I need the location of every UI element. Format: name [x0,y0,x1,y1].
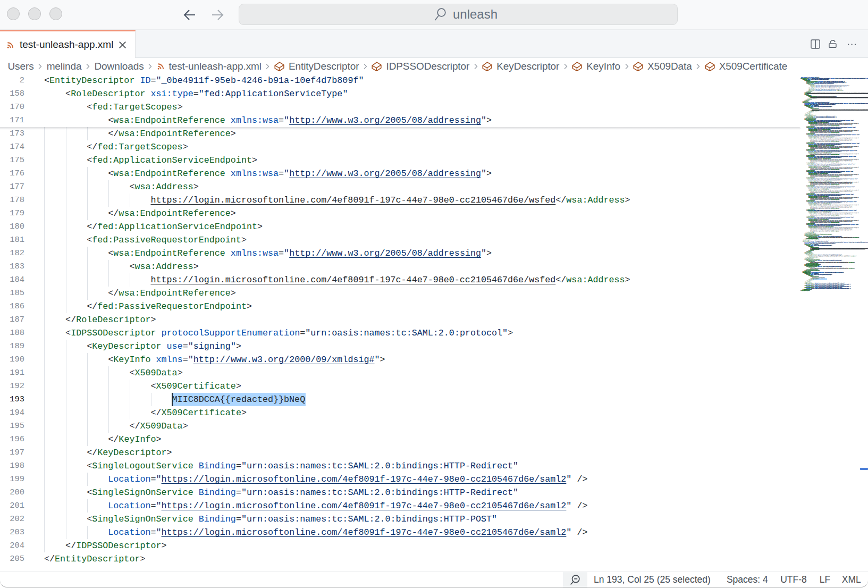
svg-text:<KeyDescriptor use"signing">: <KeyDescriptor use"signing"> [804,273,819,274]
svg-text:xmlns:auth"http://docs.oasis-o: xmlns:auth"http://docs.oasis-open.org/ws… [808,211,841,212]
svg-text:the user across the organizati: the user across the organization tenant … [811,205,853,206]
svg-text:<SingleSignOnService Binding"u: <SingleSignOnService Binding"urn:oasis:n… [804,287,842,288]
svg-text:<fed:ApplicationServiceEndpoin: <fed:ApplicationServiceEndpoint> [804,259,820,260]
svg-text:<auth:Description>The unique i: <auth:Description>The unique identifier … [808,159,858,161]
svg-text:<fed:PassiveRequestorEndpoint>: <fed:PassiveRequestorEndpoint> [804,265,819,266]
svg-text:<X509Certificate>: <X509Certificate> [811,108,819,110]
svg-text:xmlns:auth"http://docs.oasis-o: xmlns:auth"http://docs.oasis-open.org/ws… [808,218,841,219]
svg-text:<IDPSSODescriptor protocolSupp: <IDPSSODescriptor protocolSupportEnumera… [803,272,844,273]
svg-text:his application registration e: his application registration entryThe un… [811,207,840,208]
svg-text:<auth:ClaimType>: <auth:ClaimType> [806,216,815,217]
svg-text:<X509Data>: <X509Data> [808,250,814,251]
svg-text:the user across the organizati: the user across the organization tenant … [811,124,853,125]
svg-text:<X509Data>: <X509Data> [808,246,813,247]
svg-text:<auth:DisplayName>Identityprov: <auth:DisplayName>Identityprovider<auth:… [808,145,835,146]
svg-text:xmlns:auth"http://docs.oasis-o: xmlns:auth"http://docs.oasis-open.org/ws… [808,203,841,204]
svg-text:<auth:ClaimType>: <auth:ClaimType> [806,155,815,156]
svg-text:<SignedInfo>: <SignedInfo> [804,91,811,93]
svg-text:plication unless access is rev: plication unless access is revoked by th… [811,169,840,170]
svg-text:xmlns:auth"http://docs.oasis-o: xmlns:auth"http://docs.oasis-open.org/ws… [808,188,841,189]
svg-text:<DigestValue>4vTxY2qCkZEzpBXJ3: <DigestValue>4vTxY2qCkZEzpBXJ30SYBGoSWOM… [808,90,844,91]
svg-text:<fed:TokenTypesOffered>: <fed:TokenTypesOffered> [804,118,816,119]
svg-text:plication unless access is rev: plication unless access is revoked by th… [811,206,853,207]
svg-text:xmlns:auth"http://docs.oasis-o: xmlns:auth"http://docs.oasis-open.org/ws… [808,128,841,129]
svg-text:<auth:ClaimType Uri"http://sch: <auth:ClaimType Uri"http://schemas.xmlso… [806,156,856,157]
svg-text:<Transforms>: <Transforms> [808,85,814,86]
svg-text:<auth:ClaimType Uri"http://sch: <auth:ClaimType Uri"http://schemas.xmlso… [806,143,859,144]
svg-text:his application registration e: his application registration entryThe un… [811,184,840,186]
svg-text:xmlns:auth"http://docs.oasis-o: xmlns:auth"http://docs.oasis-open.org/ws… [808,151,841,152]
svg-text:xmlns:fed"http://docs.oasis-op: xmlns:fed"http://docs.oasis-open.org/wsf… [804,243,835,244]
svg-text:<auth:DisplayName>Onprem_sid<a: <auth:DisplayName>Onprem_sid<auth:Displa… [808,203,831,204]
svg-text:<Signature xmlns"http://www.w3: <Signature xmlns"http://www.w3.org/2000/… [803,79,829,80]
svg-text:the user across the organizati: the user across the organization tenant … [811,182,853,183]
svg-text:<auth:ClaimType Uri"http://sch: <auth:ClaimType Uri"http://schemas.xmlso… [806,164,855,165]
svg-text:<auth:Description>The unique i: <auth:Description>The unique identifier … [808,197,858,198]
svg-text:<Reference>: <Reference> [806,90,812,91]
svg-text:<KeyInfo>: <KeyInfo> [806,113,811,114]
svg-text:<X509Certificate>: <X509Certificate> [811,276,819,278]
svg-text:MIIC8DCCA{{redacted}}bNeQ: MIIC8DCCA{{redacted}}bNeQ [812,278,824,279]
svg-text:<EntityDescriptor>: <EntityDescriptor> [800,290,810,291]
svg-text:<Signature>: <Signature> [803,101,808,102]
svg-text:plication unless access is rev: plication unless access is revoked by th… [811,183,853,184]
svg-text:<auth:Description>The unique i: <auth:Description>The unique identifier … [808,167,858,168]
svg-text:xmlns:auth"http://docs.oasis-o: xmlns:auth"http://docs.oasis-open.org/ws… [808,144,841,145]
svg-text:the user across the organizati: the user across the organization tenant … [811,139,853,140]
svg-text:<wsa:EndpointReference xmlns:w: <wsa:EndpointReference xmlns:wsa"http://… [806,255,842,256]
svg-text:plication unless access is rev: plication unless access is revoked by th… [811,162,840,163]
svg-text:<KeyInfo>: <KeyInfo> [806,281,811,282]
svg-text:<auth:ClaimType Uri"http://sch: <auth:ClaimType Uri"http://schemas.xmlso… [806,224,858,225]
svg-text:the user across the organizati: the user across the organization tenant … [811,147,853,148]
svg-text:<KeyInfo xmlns"http://www.w3.o: <KeyInfo xmlns"http://www.w3.org/2000/09… [806,106,832,107]
svg-text:<KeyDescriptor>: <KeyDescriptor> [804,253,812,254]
svg-text:<wsa:EndpointReference xmlns:w: <wsa:EndpointReference xmlns:wsa"http://… [806,266,842,267]
svg-text:plication unless access is rev: plication unless access is revoked by th… [811,125,840,126]
svg-text:xmlns:auth"http://docs.oasis-o: xmlns:auth"http://docs.oasis-open.org/ws… [808,172,841,173]
svg-text:<KeyDescriptor use"signing">: <KeyDescriptor use"signing"> [804,244,819,245]
svg-text:<auth:ClaimType Uri"http://sch: <auth:ClaimType Uri"http://schemas.xmlso… [806,217,854,218]
svg-text:<auth:Description>The unique i: <auth:Description>The unique identifier … [808,220,858,221]
svg-text:<auth:DisplayName>Isconsumer<a: <auth:DisplayName>Isconsumer<auth:Displa… [808,212,831,213]
svg-text:the user across the organizati: the user across the organization tenant … [811,168,853,169]
svg-text:<wsa:EndpointReference xmlns:w: <wsa:EndpointReference xmlns:wsa"http://… [806,236,842,237]
svg-text:<auth:DisplayName>Groups<auth:: <auth:DisplayName>Groups<auth:DisplayNam… [808,189,830,190]
svg-text:<KeyInfo xmlns"http://www.w3.o: <KeyInfo xmlns"http://www.w3.org/2000/09… [806,245,832,246]
svg-text:<fed:AutomaticPseudonyms>false: <fed:AutomaticPseudonyms>false<fed:Autom… [804,233,832,234]
svg-text:<X509Data>: <X509Data> [808,275,813,276]
svg-text:<fed:TokenTypesOffered>: <fed:TokenTypesOffered> [804,115,815,116]
svg-text:<auth:DisplayName>Surname<auth: <auth:DisplayName>Surname<auth:DisplayNa… [808,166,830,167]
svg-text:<RoleDescriptor xsi:type"fed:A: <RoleDescriptor xsi:type"fed:Application… [803,241,829,242]
svg-text:plication unless access is rev: plication unless access is revoked by th… [811,140,853,141]
svg-text:<auth:Description>The unique i: <auth:Description>The unique identifier … [808,153,858,154]
svg-text:<Transform Algorithm"http://ww: <Transform Algorithm"http://www.w3.org/2… [811,86,849,87]
svg-text:<auth:DisplayName>Role<auth:Di: <auth:DisplayName>Role<auth:DisplayName> [808,219,829,220]
svg-text:<X509Certificate>: <X509Certificate> [811,247,819,248]
svg-text:Location"https://login.microso: Location"https://login.microsoftonline.c… [806,288,850,289]
svg-text:<auth:Description>The unique i: <auth:Description>The unique identifier … [808,138,858,139]
svg-text:<wsa:EndpointReference>: <wsa:EndpointReference> [806,238,818,239]
svg-text:<auth:ClaimType>: <auth:ClaimType> [806,193,815,194]
svg-text:plication unless access is rev: plication unless access is revoked by th… [811,222,840,223]
svg-text:<auth:ClaimType Uri"http://sch: <auth:ClaimType Uri"http://schemas.xmlso… [806,187,855,188]
svg-text:<EntityDescriptor ID"_0be4911f: <EntityDescriptor ID"_0be4911f-95eb-4246… [800,78,868,79]
svg-text:<X509Data>: <X509Data> [808,112,814,113]
svg-text:the user across the organizati: the user across the organization tenant … [811,131,853,132]
svg-text:xmlns:auth"http://docs.oasis-o: xmlns:auth"http://docs.oasis-open.org/ws… [808,225,841,226]
svg-text:xmlns:auth"http://docs.oasis-o: xmlns:auth"http://docs.oasis-open.org/ws… [808,136,841,137]
svg-text:<auth:DisplayName>Wids<auth:Di: <auth:DisplayName>Wids<auth:DisplayName> [808,196,829,197]
svg-text:<auth:DisplayName>Tenantid<aut: <auth:DisplayName>Tenantid<auth:DisplayN… [808,129,831,130]
svg-text:protocolSupportEnumeration"htt: protocolSupportEnumeration"http://docs.o… [804,103,868,104]
svg-text:<fed:TargetScopes>: <fed:TargetScopes> [804,254,813,255]
svg-text:<auth:ClaimType Uri"http://sch: <auth:ClaimType Uri"http://schemas.xmlso… [806,127,856,128]
svg-text:<X509Certificate>MIIC8DCCAdigA: <X509Certificate>MIIC8DCCAdigAwIBAgIQadd… [808,96,837,97]
svg-text:<RoleDescriptor xsi:type"fed:S: <RoleDescriptor xsi:type"fed:SecurityTok… [803,102,830,103]
svg-text:plication unless access is rev: plication unless access is revoked by th… [811,192,840,193]
svg-text:<auth:DisplayName>Name<auth:Di: <auth:DisplayName>Name<auth:DisplayName> [808,122,829,123]
svg-text:xmlns:auth"http://docs.oasis-o: xmlns:auth"http://docs.oasis-open.org/ws… [808,157,841,158]
svg-text:<SignedInfo>: <SignedInfo> [804,80,810,81]
svg-text:Location"https://login.microso: Location"https://login.microsoftonline.c… [806,286,850,287]
svg-text:<KeyDescriptor>: <KeyDescriptor> [804,282,812,283]
svg-text:plication unless access is rev: plication unless access is revoked by th… [811,148,840,149]
svg-text:the user across the organizati: the user across the organization tenant … [811,161,853,162]
